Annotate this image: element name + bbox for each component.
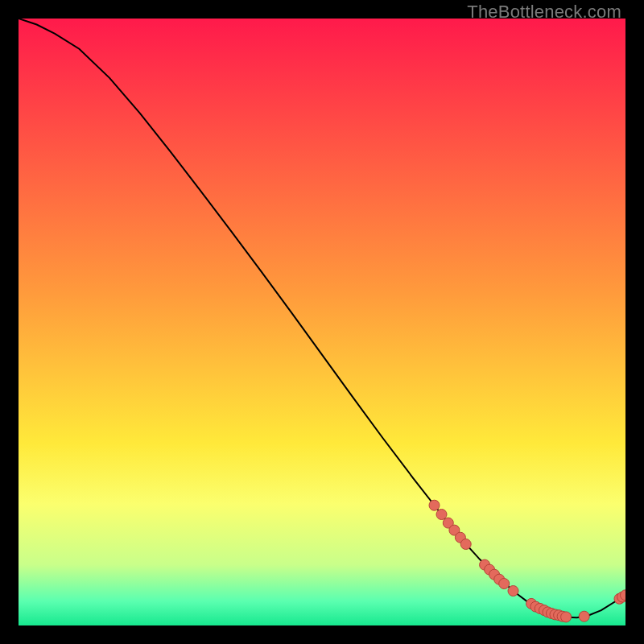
data-marker [579, 611, 589, 621]
data-marker [460, 539, 471, 550]
watermark-text: TheBottleneck.com [467, 2, 621, 23]
data-marker [561, 612, 572, 622]
chart-frame [19, 19, 625, 625]
data-marker [508, 586, 518, 597]
chart-svg [19, 19, 625, 625]
gradient-background [19, 19, 625, 625]
data-marker [436, 510, 447, 520]
data-marker [499, 579, 510, 589]
data-marker [429, 500, 440, 510]
